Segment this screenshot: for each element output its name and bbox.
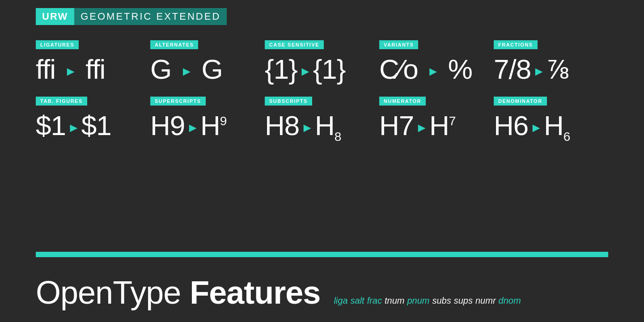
footer-tag: pnum [407,296,429,306]
footer-tag: subs [432,296,451,306]
footer-tag: dnom [499,296,521,306]
feature-cell: SUPERSCRIPTSH9►H9 [150,97,265,152]
brand-bold: URW [36,8,74,25]
footer-tag: liga [334,296,347,306]
feature-demo: G ► G [150,55,260,83]
feature-row-1: LIGATURESffi ► ffiALTERNATESG ► GCASE SE… [36,40,608,92]
feature-cell: NUMERATORH7►H7 [379,97,494,152]
feature-label: ALTERNATES [150,40,198,49]
feature-demo: H9►H9 [150,112,260,140]
feature-label: DENOMINATOR [494,97,547,106]
footer-tag: frac [367,296,382,306]
page-wrapper: URW GEOMETRIC EXTENDED LIGATURESffi ► ff… [0,0,644,322]
feature-demo: H8►H8 [265,112,375,143]
feature-label: VARIANTS [379,40,418,49]
feature-demo: $1►$1 [36,112,146,140]
features-grid: LIGATURESffi ► ffiALTERNATESG ► GCASE SE… [0,40,644,157]
feature-demo: ffi ► ffi [36,55,146,83]
feature-cell: CASE SENSITIVE{1}►{1} [265,40,379,92]
feature-label: CASE SENSITIVE [265,40,324,49]
feature-demo: 7/8►⅞ [494,55,604,83]
feature-label: FRACTIONS [494,40,538,49]
footer-tags: ligasaltfractnumpnumsubssupsnumrdnom [334,296,521,306]
feature-demo: H7►H7 [379,112,489,140]
footer-tag: tnum [385,296,404,306]
feature-cell: ALTERNATESG ► G [150,40,265,92]
feature-cell: TAB. FIGURES$1►$1 [36,97,150,152]
feature-cell: DENOMINATORH6►H6 [494,97,608,152]
title-bar: URW GEOMETRIC EXTENDED [36,8,227,25]
feature-cell: VARIANTSC⁄o ► % [379,40,494,92]
footer-tag: salt [351,296,364,306]
feature-cell: FRACTIONS7/8►⅞ [494,40,608,92]
footer-opentype-label: OpenType [36,276,181,309]
header: URW GEOMETRIC EXTENDED [0,0,644,25]
feature-row-2: TAB. FIGURES$1►$1SUPERSCRIPTSH9►H9SUBSCR… [36,97,608,152]
divider-bar [36,252,608,257]
feature-label: SUBSCRIPTS [265,97,312,106]
feature-demo: H6►H6 [494,112,604,143]
footer-features-label: Features [190,276,320,309]
footer-tag: numr [475,296,496,306]
feature-cell: LIGATURESffi ► ffi [36,40,150,92]
feature-label: NUMERATOR [379,97,426,106]
feature-cell: SUBSCRIPTSH8►H8 [265,97,379,152]
feature-demo: C⁄o ► % [379,55,489,83]
feature-label: LIGATURES [36,40,79,49]
brand-rest: GEOMETRIC EXTENDED [74,8,227,25]
footer-tag: sups [454,296,473,306]
footer: OpenType Features ligasaltfractnumpnumsu… [36,276,608,309]
feature-label: SUPERSCRIPTS [150,97,206,106]
feature-demo: {1}►{1} [265,55,375,83]
feature-label: TAB. FIGURES [36,97,87,106]
